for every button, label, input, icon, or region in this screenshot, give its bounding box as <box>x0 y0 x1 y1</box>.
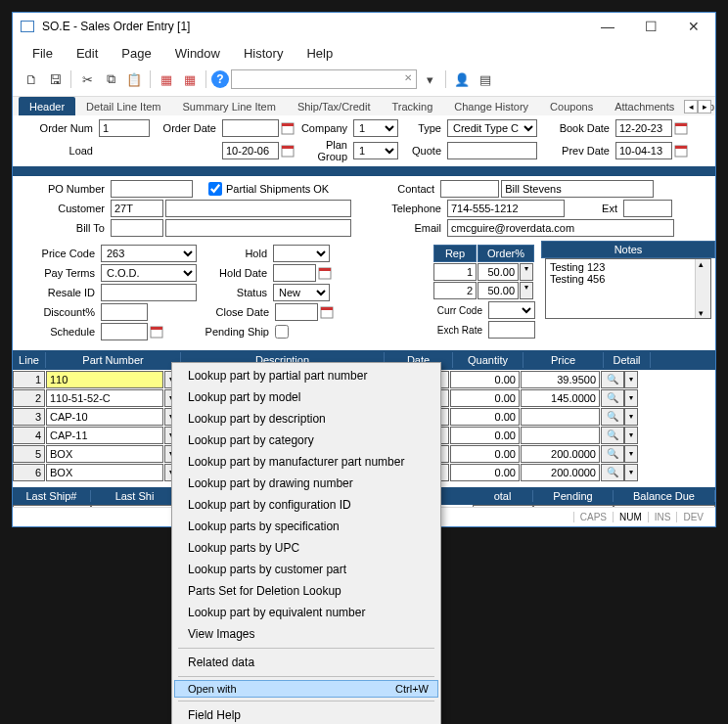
calendar-icon[interactable] <box>281 121 295 135</box>
resale-id-input[interactable] <box>101 284 197 301</box>
plan-group-select[interactable]: 1 <box>353 142 398 159</box>
telephone-input[interactable] <box>447 200 565 217</box>
ctx-lookup-model[interactable]: Lookup part by model <box>174 386 438 408</box>
exch-rate-input[interactable] <box>488 321 535 339</box>
save-icon[interactable]: 🖫 <box>44 68 66 90</box>
menu-help[interactable]: Help <box>296 44 342 63</box>
email-input[interactable] <box>447 219 674 237</box>
order-num-input[interactable] <box>99 119 150 137</box>
ext-input[interactable] <box>623 200 672 217</box>
cell-price[interactable] <box>521 427 600 444</box>
user-search-icon[interactable]: 👤 <box>451 68 473 90</box>
pending-ship-checkbox[interactable] <box>275 325 289 339</box>
cell-qty[interactable]: 0.00 <box>450 445 520 463</box>
tab-change[interactable]: Change History <box>443 97 539 115</box>
magnifier-icon[interactable]: 🔍 <box>601 464 624 481</box>
pct2-input[interactable] <box>478 282 519 299</box>
hold-select[interactable] <box>273 245 330 262</box>
help-icon[interactable]: ? <box>211 70 229 88</box>
curr-code-select[interactable] <box>488 301 535 319</box>
ctx-lookup-upc[interactable]: Lookup parts by UPC <box>174 537 438 559</box>
layout-icon[interactable]: ▤ <box>475 68 496 90</box>
calendar-icon[interactable] <box>320 305 334 319</box>
ctx-lookup-drawing[interactable]: Lookup part by drawing number <box>174 473 438 494</box>
magnifier-icon[interactable]: 🔍 <box>601 427 624 444</box>
cell-part[interactable]: CAP-11 <box>46 427 163 444</box>
paste-icon[interactable]: 📋 <box>123 68 145 90</box>
chevron-down-icon[interactable]: ▾ <box>624 371 638 388</box>
cut-icon[interactable]: ✂ <box>76 68 98 90</box>
maximize-button[interactable]: ☐ <box>629 13 672 40</box>
calendar-icon[interactable] <box>150 325 163 339</box>
calendar-icon[interactable] <box>318 266 332 280</box>
menu-history[interactable]: History <box>234 44 293 63</box>
partial-shipments-checkbox[interactable] <box>208 182 222 196</box>
tab-next-icon[interactable]: ▸ <box>698 100 711 113</box>
magnifier-icon[interactable]: 🔍 <box>601 371 624 388</box>
contact-name-input[interactable] <box>501 180 654 198</box>
tab-header[interactable]: Header <box>19 97 75 115</box>
load-input[interactable] <box>222 142 279 159</box>
chevron-down-icon[interactable]: ▾ <box>520 263 533 281</box>
tab-tracking[interactable]: Tracking <box>381 97 443 115</box>
close-button[interactable]: ✕ <box>672 13 715 40</box>
ctx-lookup-category[interactable]: Lookup part by category <box>174 430 438 451</box>
chevron-down-icon[interactable]: ▾ <box>624 389 638 407</box>
rep1-input[interactable] <box>433 263 477 281</box>
ctx-field-help[interactable]: Field Help <box>174 704 438 724</box>
bill-to-input[interactable] <box>111 219 163 237</box>
close-date-input[interactable] <box>275 303 318 321</box>
price-code-select[interactable]: 263 <box>101 245 197 262</box>
tab-detail[interactable]: Detail Line Item <box>75 97 171 115</box>
calendar-icon[interactable] <box>281 144 295 158</box>
ctx-lookup-description[interactable]: Lookup part by description <box>174 408 438 430</box>
search-input[interactable] <box>231 69 417 89</box>
tab-ship[interactable]: Ship/Tax/Credit <box>287 97 382 115</box>
company-select[interactable]: 1 <box>353 119 398 137</box>
menu-window[interactable]: Window <box>165 44 230 63</box>
quote-input[interactable] <box>447 142 537 159</box>
notes-textarea[interactable]: Testing 123 Testing 456 <box>545 258 711 319</box>
status-select[interactable]: New <box>273 284 330 301</box>
order-date-input[interactable] <box>222 119 279 137</box>
cell-part[interactable]: BOX <box>46 464 163 481</box>
pct1-input[interactable] <box>478 263 519 281</box>
ctx-lookup-config[interactable]: Lookup part by configuration ID <box>174 494 438 516</box>
ctx-open-with[interactable]: Open withCtrl+W <box>174 680 438 698</box>
cell-qty[interactable]: 0.00 <box>450 389 520 407</box>
ctx-lookup-mfr[interactable]: Lookup part by manufacturer part number <box>174 451 438 473</box>
ctx-related-data[interactable]: Related data <box>174 652 438 673</box>
cell-price[interactable]: 39.9500 <box>521 371 600 388</box>
magnifier-icon[interactable]: 🔍 <box>601 445 624 463</box>
book-date-input[interactable] <box>615 119 672 137</box>
ctx-parts-deletion[interactable]: Parts Set for Deletion Lookup <box>174 580 438 602</box>
po-number-input[interactable] <box>111 180 193 198</box>
cell-price[interactable] <box>521 408 600 426</box>
cell-qty[interactable]: 0.00 <box>450 371 520 388</box>
cell-part[interactable]: BOX <box>46 445 163 463</box>
cell-price[interactable]: 145.0000 <box>521 389 600 407</box>
new-icon[interactable]: 🗋 <box>21 68 42 90</box>
pay-terms-select[interactable]: C.O.D. <box>101 264 197 282</box>
scrollbar[interactable] <box>695 259 710 318</box>
grid1-icon[interactable]: ▦ <box>156 68 177 90</box>
search-dropdown-icon[interactable]: ▾ <box>419 68 440 90</box>
chevron-down-icon[interactable]: ▾ <box>624 445 638 463</box>
bill-to-name-input[interactable] <box>165 219 351 237</box>
discount-input[interactable] <box>101 303 148 321</box>
chevron-down-icon[interactable]: ▾ <box>520 282 533 299</box>
ctx-lookup-spec[interactable]: Lookup parts by specification <box>174 516 438 537</box>
cell-qty[interactable]: 0.00 <box>450 427 520 444</box>
chevron-down-icon[interactable]: ▾ <box>624 408 638 426</box>
grid2-icon[interactable]: ▦ <box>179 68 201 90</box>
chevron-down-icon[interactable]: ▾ <box>624 427 638 444</box>
ctx-lookup-equivalent[interactable]: Lookup part by equivalent number <box>174 602 438 623</box>
magnifier-icon[interactable]: 🔍 <box>601 408 624 426</box>
chevron-down-icon[interactable]: ▾ <box>624 464 638 481</box>
cell-qty[interactable]: 0.00 <box>450 408 520 426</box>
cell-part[interactable]: CAP-10 <box>46 408 163 426</box>
menu-page[interactable]: Page <box>112 44 160 63</box>
ctx-lookup-customer-part[interactable]: Lookup parts by customer part <box>174 559 438 580</box>
cell-qty[interactable]: 0.00 <box>450 464 520 481</box>
contact-code-input[interactable] <box>440 180 499 198</box>
